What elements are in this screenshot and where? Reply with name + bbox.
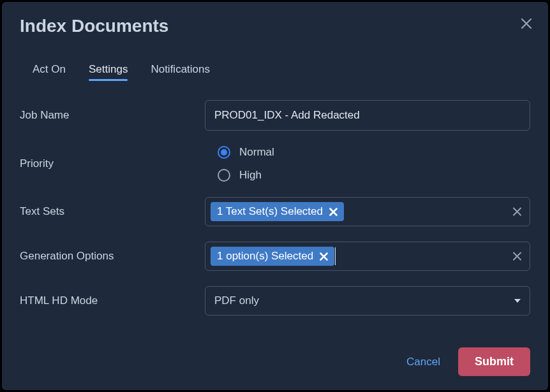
chevron-down-icon	[514, 299, 521, 303]
text-sets-multiselect[interactable]: 1 Text Set(s) Selected	[205, 197, 530, 226]
generation-options-chip: 1 option(s) Selected	[211, 247, 334, 266]
tab-notifications[interactable]: Notifications	[151, 63, 210, 81]
chip-label: 1 option(s) Selected	[217, 250, 313, 263]
cancel-button[interactable]: Cancel	[403, 349, 444, 375]
clear-icon[interactable]	[512, 252, 522, 261]
priority-label: Priority	[20, 157, 205, 170]
html-hd-mode-select[interactable]: PDF only	[205, 286, 530, 316]
submit-button[interactable]: Submit	[458, 347, 530, 376]
radio-unchecked-icon	[218, 169, 230, 182]
close-icon[interactable]	[519, 16, 534, 31]
text-sets-chip: 1 Text Set(s) Selected	[211, 202, 344, 221]
tab-act-on[interactable]: Act On	[33, 63, 66, 81]
radio-checked-icon	[218, 146, 230, 159]
index-documents-dialog: Index Documents Act On Settings Notifica…	[2, 2, 548, 390]
job-name-input[interactable]	[205, 100, 530, 131]
generation-options-label: Generation Options	[20, 250, 205, 263]
text-sets-label: Text Sets	[20, 205, 205, 218]
dialog-footer: Cancel Submit	[403, 347, 530, 376]
select-value: PDF only	[214, 294, 259, 307]
clear-icon[interactable]	[512, 207, 522, 217]
chip-label: 1 Text Set(s) Selected	[217, 205, 323, 218]
tab-bar: Act On Settings Notifications	[20, 63, 530, 81]
text-cursor	[335, 247, 336, 265]
chip-remove-icon[interactable]	[329, 208, 338, 216]
tab-settings[interactable]: Settings	[89, 63, 128, 81]
priority-radio-group: Normal High	[205, 146, 530, 182]
settings-form: Job Name Priority Normal High	[20, 100, 530, 316]
html-hd-mode-label: HTML HD Mode	[20, 294, 205, 307]
generation-options-multiselect[interactable]: 1 option(s) Selected	[205, 242, 530, 271]
chip-remove-icon[interactable]	[320, 252, 328, 261]
priority-option-label: High	[239, 169, 262, 182]
job-name-label: Job Name	[20, 109, 205, 122]
priority-option-normal[interactable]: Normal	[218, 146, 530, 159]
priority-option-label: Normal	[239, 146, 274, 159]
priority-option-high[interactable]: High	[218, 169, 530, 182]
dialog-title: Index Documents	[20, 16, 530, 36]
